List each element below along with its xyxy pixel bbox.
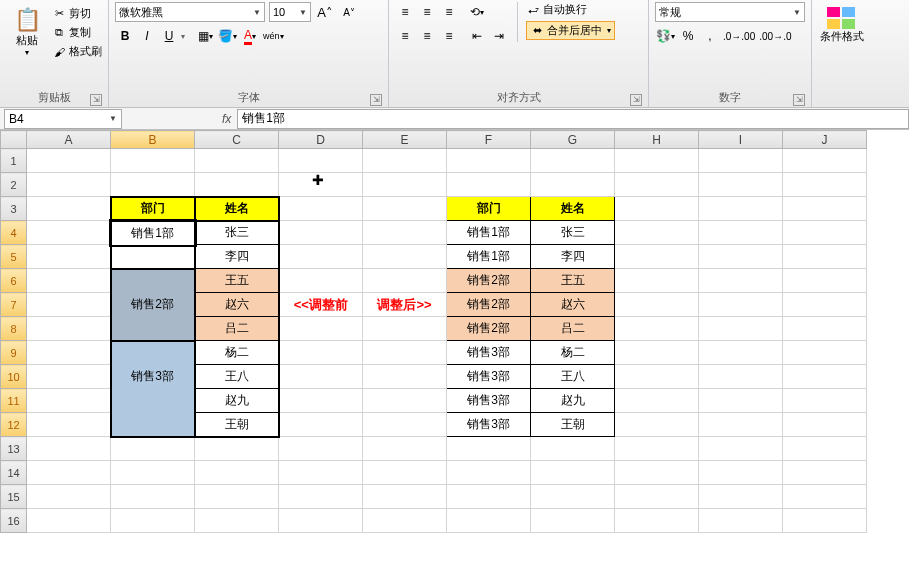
phonetic-button[interactable]: wén▾ — [262, 26, 285, 46]
col-header-J[interactable]: J — [783, 131, 867, 149]
font-size-combo[interactable]: 10▼ — [269, 2, 311, 22]
cell-B5[interactable] — [111, 245, 195, 269]
cell-I5[interactable] — [699, 245, 783, 269]
cell-C9[interactable]: 杨二 — [195, 341, 279, 365]
cell-F14[interactable] — [447, 461, 531, 485]
font-name-combo[interactable]: 微软雅黑▼ — [115, 2, 265, 22]
cell-C6[interactable]: 王五 — [195, 269, 279, 293]
cell-D1[interactable] — [279, 149, 363, 173]
cell-E14[interactable] — [363, 461, 447, 485]
cell-D8[interactable] — [279, 317, 363, 341]
cell-J13[interactable] — [783, 437, 867, 461]
merge-center-button[interactable]: ⬌合并后居中▾ — [526, 21, 615, 40]
cell-E3[interactable] — [363, 197, 447, 221]
cut-button[interactable]: ✂剪切 — [52, 6, 102, 21]
row-header-4[interactable]: 4 — [1, 221, 27, 245]
cell-J5[interactable] — [783, 245, 867, 269]
cell-G13[interactable] — [531, 437, 615, 461]
cell-C5[interactable]: 李四 — [195, 245, 279, 269]
row-header-14[interactable]: 14 — [1, 461, 27, 485]
cell-A3[interactable] — [27, 197, 111, 221]
col-header-A[interactable]: A — [27, 131, 111, 149]
cell-E15[interactable] — [363, 485, 447, 509]
align-center-button[interactable]: ≡ — [417, 26, 437, 46]
cell-C13[interactable] — [195, 437, 279, 461]
cell-A15[interactable] — [27, 485, 111, 509]
cell-J9[interactable] — [783, 341, 867, 365]
cell-I12[interactable] — [699, 413, 783, 437]
increase-decimal-button[interactable]: .0→.00 — [722, 26, 756, 46]
cell-H14[interactable] — [615, 461, 699, 485]
orientation-button[interactable]: ⟲▾ — [467, 2, 487, 22]
underline-button[interactable]: U — [159, 26, 179, 46]
cell-E13[interactable] — [363, 437, 447, 461]
cell-J16[interactable] — [783, 509, 867, 533]
cell-C7[interactable]: 赵六 — [195, 293, 279, 317]
alignment-dialog-launcher[interactable]: ⇲ — [630, 94, 642, 106]
cell-I9[interactable] — [699, 341, 783, 365]
decrease-font-button[interactable]: A˅ — [339, 2, 359, 22]
decrease-indent-button[interactable]: ⇤ — [467, 26, 487, 46]
cell-E1[interactable] — [363, 149, 447, 173]
cell-H15[interactable] — [615, 485, 699, 509]
cell-I16[interactable] — [699, 509, 783, 533]
format-painter-button[interactable]: 🖌格式刷 — [52, 44, 102, 59]
cell-D9[interactable] — [279, 341, 363, 365]
cell-D7[interactable]: <<调整前 — [279, 293, 363, 317]
cell-G6[interactable]: 王五 — [531, 269, 615, 293]
cell-H10[interactable] — [615, 365, 699, 389]
cell-I14[interactable] — [699, 461, 783, 485]
cell-F3[interactable]: 部门 — [447, 197, 531, 221]
cell-J11[interactable] — [783, 389, 867, 413]
cell-G16[interactable] — [531, 509, 615, 533]
cell-I13[interactable] — [699, 437, 783, 461]
cell-A11[interactable] — [27, 389, 111, 413]
col-header-F[interactable]: F — [447, 131, 531, 149]
row-header-9[interactable]: 9 — [1, 341, 27, 365]
cell-D11[interactable] — [279, 389, 363, 413]
cell-E2[interactable] — [363, 173, 447, 197]
row-header-7[interactable]: 7 — [1, 293, 27, 317]
cell-J12[interactable] — [783, 413, 867, 437]
italic-button[interactable]: I — [137, 26, 157, 46]
row-header-5[interactable]: 5 — [1, 245, 27, 269]
col-header-I[interactable]: I — [699, 131, 783, 149]
cell-D6[interactable] — [279, 269, 363, 293]
align-middle-button[interactable]: ≡ — [417, 2, 437, 22]
cell-A9[interactable] — [27, 341, 111, 365]
cell-E11[interactable] — [363, 389, 447, 413]
align-top-button[interactable]: ≡ — [395, 2, 415, 22]
cell-F6[interactable]: 销售2部 — [447, 269, 531, 293]
number-format-combo[interactable]: 常规▼ — [655, 2, 805, 22]
wrap-text-button[interactable]: ⮐自动换行 — [526, 2, 615, 17]
row-header-2[interactable]: 2 — [1, 173, 27, 197]
cell-G7[interactable]: 赵六 — [531, 293, 615, 317]
cell-E8[interactable] — [363, 317, 447, 341]
cell-B6[interactable] — [111, 269, 195, 293]
cell-C16[interactable] — [195, 509, 279, 533]
cell-E16[interactable] — [363, 509, 447, 533]
cell-I2[interactable] — [699, 173, 783, 197]
cell-F11[interactable]: 销售3部 — [447, 389, 531, 413]
cell-D13[interactable] — [279, 437, 363, 461]
cell-B14[interactable] — [111, 461, 195, 485]
cell-J3[interactable] — [783, 197, 867, 221]
border-button[interactable]: ▦▾ — [195, 26, 215, 46]
copy-button[interactable]: ⧉复制 — [52, 25, 102, 40]
cell-H2[interactable] — [615, 173, 699, 197]
col-header-B[interactable]: B — [111, 131, 195, 149]
bold-button[interactable]: B — [115, 26, 135, 46]
cell-I7[interactable] — [699, 293, 783, 317]
cell-J14[interactable] — [783, 461, 867, 485]
cell-G11[interactable]: 赵九 — [531, 389, 615, 413]
cell-I10[interactable] — [699, 365, 783, 389]
cell-A10[interactable] — [27, 365, 111, 389]
cell-A13[interactable] — [27, 437, 111, 461]
cell-H13[interactable] — [615, 437, 699, 461]
row-header-3[interactable]: 3 — [1, 197, 27, 221]
cell-F2[interactable] — [447, 173, 531, 197]
cell-F12[interactable]: 销售3部 — [447, 413, 531, 437]
cell-F10[interactable]: 销售3部 — [447, 365, 531, 389]
cell-E9[interactable] — [363, 341, 447, 365]
cell-H7[interactable] — [615, 293, 699, 317]
